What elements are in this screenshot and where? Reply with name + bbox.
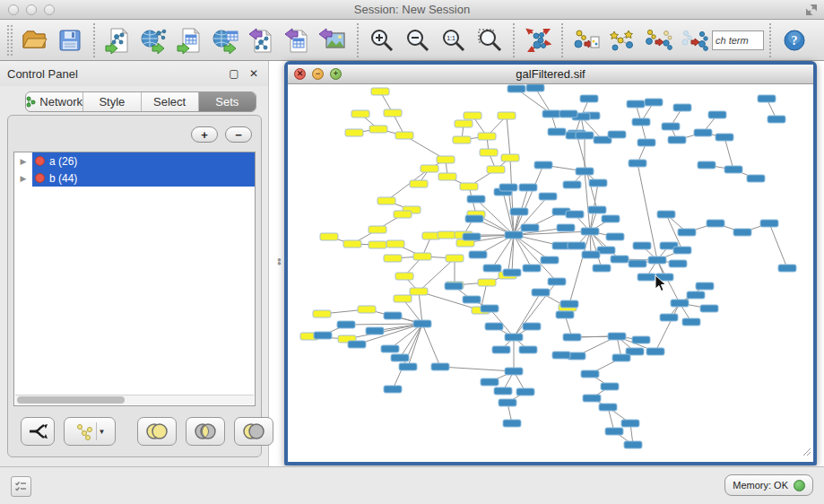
- apply-layout-button[interactable]: [520, 22, 556, 58]
- graph-node-blue[interactable]: [648, 256, 666, 264]
- difference-button[interactable]: [234, 417, 273, 446]
- graph-node-blue[interactable]: [548, 278, 566, 285]
- graph-node-blue[interactable]: [611, 256, 629, 263]
- graph-node-yellow[interactable]: [478, 279, 496, 286]
- horizontal-scrollbar[interactable]: [15, 395, 254, 404]
- graph-node-blue[interactable]: [581, 370, 599, 378]
- graph-node-blue[interactable]: [758, 95, 776, 102]
- graph-node-blue[interactable]: [519, 184, 537, 191]
- graph-node-blue[interactable]: [646, 348, 664, 355]
- graph-node-yellow[interactable]: [501, 154, 519, 161]
- graph-node-blue[interactable]: [469, 251, 487, 258]
- graph-node-blue[interactable]: [557, 224, 575, 231]
- graph-node-yellow[interactable]: [394, 295, 412, 302]
- graph-node-blue[interactable]: [384, 312, 402, 319]
- graph-node-blue[interactable]: [510, 208, 528, 215]
- graph-node-blue[interactable]: [716, 134, 733, 141]
- graph-node-yellow[interactable]: [413, 253, 431, 260]
- graph-node-blue[interactable]: [467, 196, 485, 203]
- graph-node-yellow[interactable]: [410, 180, 428, 187]
- save-session-button[interactable]: [52, 22, 88, 58]
- graph-node-blue[interactable]: [552, 352, 570, 359]
- graph-node-blue[interactable]: [662, 123, 680, 130]
- graph-node-yellow[interactable]: [384, 109, 402, 117]
- graph-node-blue[interactable]: [465, 215, 483, 222]
- import-network-file-button[interactable]: [100, 22, 136, 58]
- graph-node-blue[interactable]: [519, 346, 537, 353]
- splitter-handle[interactable]: ●●: [277, 258, 283, 269]
- float-panel-icon[interactable]: ▢: [227, 66, 241, 81]
- split-set-button[interactable]: [21, 417, 55, 446]
- fullscreen-icon[interactable]: [804, 3, 819, 21]
- graph-node-blue[interactable]: [534, 161, 552, 169]
- graph-node-blue[interactable]: [576, 168, 594, 175]
- graph-node-blue[interactable]: [539, 193, 557, 200]
- graph-node-blue[interactable]: [645, 99, 663, 106]
- graph-node-yellow[interactable]: [369, 241, 386, 248]
- graph-node-blue[interactable]: [348, 341, 366, 348]
- graph-node-blue[interactable]: [463, 296, 481, 303]
- scrollbar-thumb[interactable]: [17, 396, 125, 404]
- graph-node-blue[interactable]: [580, 95, 598, 102]
- graph-node-blue[interactable]: [608, 131, 626, 138]
- graph-node-blue[interactable]: [583, 395, 601, 402]
- graph-node-yellow[interactable]: [487, 166, 505, 173]
- graph-node-blue[interactable]: [601, 383, 619, 390]
- graph-node-blue[interactable]: [532, 289, 550, 296]
- graph-node-blue[interactable]: [381, 345, 399, 352]
- search-input[interactable]: [712, 30, 764, 50]
- graph-node-blue[interactable]: [608, 333, 626, 340]
- graph-node-blue[interactable]: [576, 132, 594, 139]
- graph-node-blue[interactable]: [556, 311, 574, 318]
- graph-node-blue[interactable]: [399, 363, 417, 370]
- zoom-fit-button[interactable]: 1:1: [436, 22, 472, 58]
- graph-node-blue[interactable]: [492, 346, 510, 353]
- graph-node-blue[interactable]: [606, 233, 624, 240]
- graph-node-blue[interactable]: [563, 181, 581, 188]
- graph-node-blue[interactable]: [481, 305, 499, 312]
- graph-node-yellow[interactable]: [464, 112, 481, 119]
- export-table-button[interactable]: [280, 22, 316, 58]
- graph-node-blue[interactable]: [483, 265, 501, 272]
- toolbar-drag-handle[interactable]: [7, 25, 13, 56]
- set-list-item[interactable]: ▶b (44): [14, 169, 255, 187]
- graph-node-blue[interactable]: [678, 229, 696, 236]
- graph-node-yellow[interactable]: [377, 197, 395, 204]
- graph-node-blue[interactable]: [707, 220, 724, 227]
- graph-node-blue[interactable]: [669, 260, 687, 267]
- zoom-selected-button[interactable]: [472, 22, 507, 58]
- graph-node-blue[interactable]: [503, 420, 521, 427]
- graph-node-blue[interactable]: [481, 378, 499, 386]
- network-graph[interactable]: [288, 84, 813, 462]
- graph-node-blue[interactable]: [463, 233, 481, 240]
- hide-selected-button[interactable]: [640, 22, 676, 58]
- graph-node-blue[interactable]: [593, 265, 611, 272]
- graph-node-yellow[interactable]: [395, 132, 413, 139]
- frame-close-icon[interactable]: ✕: [294, 68, 306, 80]
- graph-node-yellow[interactable]: [386, 240, 404, 248]
- graph-node-blue[interactable]: [391, 354, 409, 361]
- graph-node-blue[interactable]: [445, 282, 463, 290]
- graph-node-blue[interactable]: [768, 116, 785, 123]
- graph-node-blue[interactable]: [505, 231, 523, 239]
- set-list-item[interactable]: ▶a (26): [14, 152, 255, 169]
- graph-node-blue[interactable]: [485, 323, 503, 330]
- graph-node-blue[interactable]: [494, 387, 512, 395]
- tab-network[interactable]: Network: [26, 92, 83, 111]
- graph-node-blue[interactable]: [602, 215, 620, 222]
- graph-node-blue[interactable]: [503, 269, 521, 276]
- graph-node-blue[interactable]: [621, 420, 639, 427]
- graph-node-blue[interactable]: [523, 323, 541, 330]
- graph-node-yellow[interactable]: [369, 226, 386, 233]
- zoom-out-button[interactable]: [400, 22, 436, 58]
- graph-node-blue[interactable]: [632, 336, 650, 343]
- import-table-web-button[interactable]: [208, 22, 244, 58]
- graph-node-blue[interactable]: [694, 129, 712, 136]
- graph-node-yellow[interactable]: [480, 149, 498, 156]
- graph-node-blue[interactable]: [588, 206, 606, 213]
- graph-node-blue[interactable]: [505, 334, 523, 341]
- close-panel-icon[interactable]: ✕: [247, 66, 261, 81]
- tab-select[interactable]: Select: [142, 92, 199, 111]
- graph-node-yellow[interactable]: [394, 211, 412, 218]
- import-table-file-button[interactable]: [172, 22, 208, 58]
